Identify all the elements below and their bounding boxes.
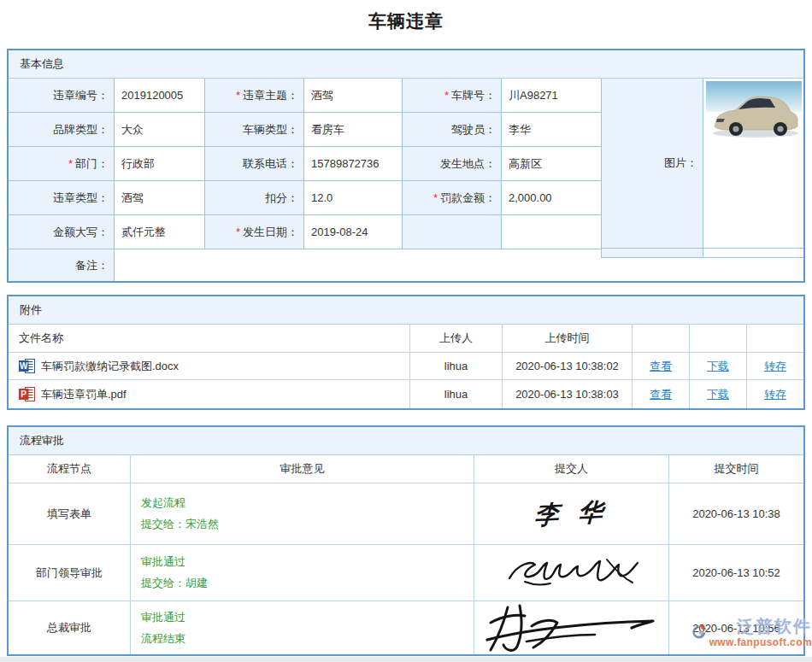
- col-action-2: [690, 325, 747, 352]
- signature-image: [499, 553, 644, 594]
- file-name: 车辆罚款缴纳记录截图.docx: [41, 359, 179, 374]
- value-points: 12.0: [304, 181, 403, 215]
- basic-info-panel: 基本信息 违章编号： 2019120005 *违章主题： 酒驾 *车牌号： 川A…: [7, 49, 805, 283]
- required-icon: *: [68, 157, 73, 170]
- value-occur-date: 2019-08-24: [304, 215, 403, 249]
- label-violation-subject: *违章主题：: [205, 79, 304, 113]
- approval-opinion: 审批通过 流程结束: [131, 610, 185, 647]
- label-driver: 驾驶员：: [403, 113, 502, 147]
- value-violation-subject: 酒驾: [304, 79, 403, 113]
- submit-time: 2020-06-13 10:38: [669, 483, 803, 544]
- required-icon: *: [444, 89, 449, 102]
- col-action-3: [747, 325, 803, 352]
- required-icon: *: [236, 89, 240, 102]
- col-flow-node: 流程节点: [9, 455, 131, 483]
- col-file-name: 文件名称: [9, 325, 410, 352]
- value-violation-type: 酒驾: [115, 181, 205, 215]
- attachments-panel: 附件 文件名称 上传人 上传时间 W: [7, 295, 805, 410]
- label-plate-no: *车牌号：: [403, 79, 502, 113]
- file-name: 车辆违章罚单.pdf: [41, 387, 127, 402]
- col-submit-time: 提交时间: [669, 455, 803, 483]
- photo-block: 图片：: [601, 79, 803, 258]
- flow-approval-panel: 流程审批 流程节点 审批意见 提交人 提交时间 填写表单 发起流程 提交给：宋浩…: [7, 425, 805, 656]
- label-amount-words: 金额大写：: [9, 215, 115, 249]
- label-empty: [403, 215, 502, 249]
- approval-row: 总裁审批 审批通过 流程结束: [9, 601, 803, 654]
- signature-lihua: 李 华: [533, 495, 609, 533]
- word-file-icon: W: [19, 359, 35, 373]
- approval-row: 部门领导审批 审批通过 提交给：胡建 2020-06-13 10:52: [9, 545, 803, 601]
- col-action-1: [633, 325, 690, 352]
- value-department: 行政部: [115, 147, 205, 181]
- value-plate-no: 川A98271: [502, 79, 601, 113]
- save-as-link[interactable]: 转存: [764, 387, 786, 402]
- svg-text:W: W: [20, 361, 28, 371]
- page-title: 车辆违章: [0, 9, 812, 33]
- value-violation-no: 2019120005: [115, 79, 205, 113]
- attachments-section-title: 附件: [9, 296, 803, 325]
- label-remark: 备注：: [9, 249, 115, 281]
- col-uploader: 上传人: [410, 325, 503, 352]
- attachment-row: P 车辆违章罚单.pdf lihua 2020-06-13 10:38:03 查…: [9, 380, 803, 408]
- col-upload-time: 上传时间: [503, 325, 633, 352]
- uploader: lihua: [410, 380, 503, 408]
- view-link[interactable]: 查看: [650, 359, 672, 374]
- label-vehicle-type: 车辆类型：: [205, 113, 304, 147]
- value-vehicle-type: 看房车: [304, 113, 403, 147]
- submit-time: 2020-06-13 10:56: [669, 601, 803, 654]
- value-occur-place: 高新区: [502, 147, 601, 181]
- required-icon: *: [236, 226, 240, 238]
- flow-node: 总裁审批: [9, 601, 131, 654]
- label-brand-type: 品牌类型：: [9, 113, 115, 147]
- attachment-row: W 车辆罚款缴纳记录截图.docx lihua 2020-06-13 10:38…: [9, 353, 803, 380]
- signature-image: [482, 602, 662, 653]
- label-violation-type: 违章类型：: [9, 181, 115, 215]
- value-fine-amount: 2,000.00: [502, 181, 601, 215]
- submit-time: 2020-06-13 10:52: [669, 545, 803, 600]
- photo-spacer-cell: [703, 249, 803, 257]
- download-link[interactable]: 下载: [707, 387, 729, 402]
- label-occur-date: *发生日期：: [205, 215, 304, 249]
- value-brand-type: 大众: [115, 113, 205, 147]
- label-points: 扣分：: [205, 181, 304, 215]
- approval-opinion: 发起流程 提交给：宋浩然: [131, 495, 219, 532]
- download-link[interactable]: 下载: [707, 359, 729, 374]
- label-fine-amount: *罚款金额：: [403, 181, 502, 215]
- flow-node: 部门领导审批: [9, 545, 131, 600]
- col-opinion: 审批意见: [131, 455, 474, 483]
- upload-time: 2020-06-13 10:38:03: [503, 380, 633, 408]
- view-link[interactable]: 查看: [650, 387, 672, 402]
- approval-opinion: 审批通过 提交给：胡建: [131, 554, 208, 591]
- basic-info-section-title: 基本信息: [9, 50, 803, 79]
- uploader: lihua: [410, 353, 503, 379]
- label-violation-no: 违章编号：: [9, 79, 115, 113]
- required-icon: *: [433, 191, 438, 204]
- save-as-link[interactable]: 转存: [764, 359, 786, 374]
- vehicle-violation-page: 车辆违章 基本信息 违章编号： 2019120005 *违章主题： 酒驾 *车牌…: [0, 0, 812, 662]
- value-empty: [502, 215, 601, 249]
- upload-time: 2020-06-13 10:38:02: [503, 353, 633, 379]
- flow-section-title: 流程审批: [9, 427, 803, 455]
- value-contact-phone: 15789872736: [304, 147, 403, 181]
- attachments-header-row: 文件名称 上传人 上传时间: [9, 325, 803, 353]
- vehicle-photo: [706, 81, 802, 146]
- value-driver: 李华: [502, 113, 601, 147]
- label-department: *部门：: [9, 147, 115, 181]
- pdf-file-icon: P: [19, 387, 35, 401]
- basic-info-grid: 违章编号： 2019120005 *违章主题： 酒驾 *车牌号： 川A98271…: [9, 79, 601, 249]
- basic-info-body: 违章编号： 2019120005 *违章主题： 酒驾 *车牌号： 川A98271…: [9, 79, 803, 281]
- label-photo: 图片：: [602, 79, 703, 248]
- label-occur-place: 发生地点：: [403, 147, 502, 181]
- photo-cell: [703, 79, 803, 248]
- approval-row: 填写表单 发起流程 提交给：宋浩然 李 华 2020-06-13 10:38: [9, 483, 803, 545]
- label-contact-phone: 联系电话：: [205, 147, 304, 181]
- value-amount-words: 贰仟元整: [115, 215, 205, 249]
- bottom-strip: [0, 657, 812, 662]
- photo-spacer-label: [602, 249, 703, 257]
- col-submitter: 提交人: [474, 455, 669, 483]
- flow-node: 填写表单: [9, 483, 131, 544]
- flow-header-row: 流程节点 审批意见 提交人 提交时间: [9, 455, 803, 483]
- svg-text:P: P: [21, 390, 26, 399]
